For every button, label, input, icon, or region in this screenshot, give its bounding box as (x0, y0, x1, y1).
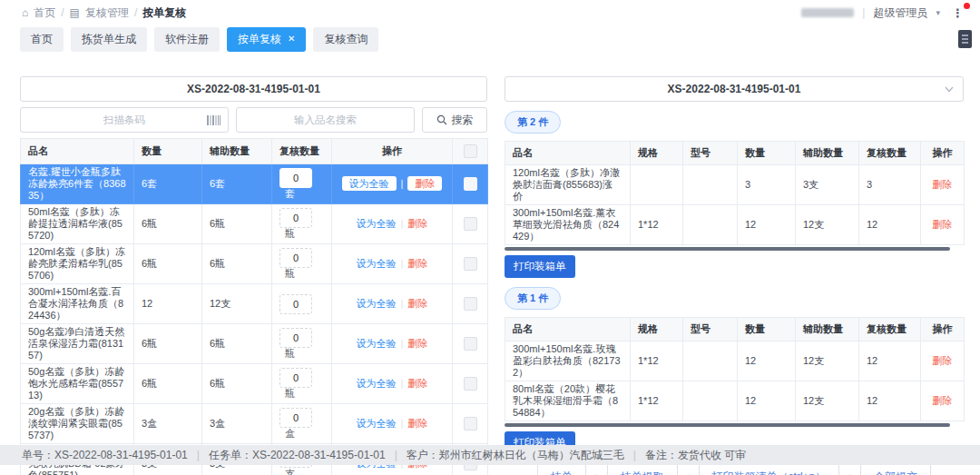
delete-link[interactable]: 删除 (407, 176, 442, 191)
divider: | (401, 258, 404, 269)
check-quantity-input[interactable] (279, 248, 312, 268)
product-row[interactable]: 20g名蔻（多肽）冻龄淡纹弹润紧实眼霜(855737) 3盒 3盒 盒 设为全验… (21, 404, 488, 444)
delete-link[interactable]: 删除 (933, 219, 953, 230)
chevron-down-icon[interactable]: ▾ (936, 8, 940, 17)
product-row[interactable]: 120ml名蔻（多肽）冻龄亮肤柔滑精华乳(855706) 6瓶 6瓶 瓶 设为全… (21, 244, 488, 284)
folder-icon: ▤ (70, 6, 80, 19)
product-name: 120ml名蔻（多肽）净澈焕肤洁面膏(855683)涨价 (505, 165, 631, 205)
check-quantity-input[interactable] (279, 168, 312, 188)
column-header: 操作 (921, 318, 965, 341)
aux-quantity: 12支 (796, 381, 859, 421)
order-number-display[interactable]: XS-2022-08-31-4195-01-01 (20, 76, 487, 102)
set-full-check-link[interactable]: 设为全验 (357, 218, 397, 229)
home-icon: ⌂ (22, 6, 28, 19)
check-quantity-cell: 瓶 (272, 364, 332, 404)
row-actions: 设为全验|删除 (332, 164, 453, 204)
product-row[interactable]: 50g名蔻（多肽）冻龄饱水光感精华霜(855713) 6瓶 6瓶 瓶 设为全验|… (21, 364, 488, 404)
set-full-check-link[interactable]: 设为全验 (357, 258, 397, 269)
print-packing-list-button[interactable]: 打印装箱单 (505, 255, 575, 278)
delete-link[interactable]: 删除 (407, 418, 427, 429)
set-full-check-link[interactable]: 设为全验 (357, 298, 397, 309)
check-quantity-input[interactable] (279, 208, 312, 228)
quantity: 12 (738, 205, 796, 245)
tab[interactable]: 复核查询 (313, 27, 378, 52)
check-quantity-input[interactable] (279, 328, 312, 348)
package-badge: 第 2 件 (505, 111, 561, 134)
order-select-dropdown[interactable]: XS-2022-08-31-4195-01-01 (505, 76, 964, 102)
breadcrumb: ⌂ 首页 / ▤ 复核管理 / 按单复核 (22, 5, 186, 21)
redacted-username (801, 8, 854, 17)
quantity: 6套 (134, 164, 202, 204)
aux-quantity: 6瓶 (202, 364, 272, 404)
user-role-dropdown[interactable]: 超级管理员 (873, 5, 927, 21)
left-header-row: 品名数量辅助数量复核数量操作 (21, 139, 488, 164)
row-actions: 删除 (921, 341, 965, 381)
row-checkbox[interactable] (464, 217, 477, 231)
tab-bar: 首页 拣货单生成 软件注册 按单复核 ✕ 复核查询 (0, 25, 980, 53)
row-checkbox[interactable] (464, 377, 477, 391)
product-name-search-input[interactable] (236, 107, 415, 133)
tab-list: 首页 拣货单生成 软件注册 按单复核 ✕ 复核查询 (20, 27, 378, 52)
column-header: 品名 (505, 142, 631, 165)
product-row[interactable]: 50g名蔻净白清透天然活泉保湿活力霜(813157) 6瓶 6瓶 瓶 设为全验|… (21, 324, 488, 364)
check-quantity-input[interactable] (279, 368, 312, 388)
delete-link[interactable]: 删除 (933, 179, 953, 190)
check-quantity-input[interactable] (279, 408, 312, 428)
delete-link[interactable]: 删除 (933, 395, 953, 406)
product-row[interactable]: 300ml+150ml名蔻.百合凝水润泽祛角质（824436） 12 12支 设… (21, 284, 488, 324)
horizontal-scrollbar[interactable] (505, 247, 950, 251)
divider: | (401, 218, 404, 229)
row-actions: 设为全验|删除 (332, 244, 453, 284)
delete-link[interactable]: 删除 (407, 258, 427, 269)
package-table: 品名规格型号数量辅助数量复核数量操作 120ml名蔻（多肽）净澈焕肤洁面膏(85… (505, 141, 965, 245)
delete-link[interactable]: 删除 (407, 338, 427, 349)
check-quantity: 3 (859, 165, 921, 205)
selected-order-number: XS-2022-08-31-4195-01-01 (668, 83, 801, 95)
set-full-check-link[interactable]: 设为全验 (357, 338, 397, 349)
tab[interactable]: 拣货单生成 (71, 27, 147, 52)
delete-link[interactable]: 删除 (407, 218, 427, 229)
tab[interactable]: 软件注册 (154, 27, 220, 52)
set-full-check-link[interactable]: 设为全验 (357, 418, 397, 429)
divider: | (401, 178, 404, 189)
more-menu-icon[interactable]: ⋮ (948, 6, 967, 20)
row-checkbox[interactable] (464, 297, 477, 311)
top-bar: ⌂ 首页 / ▤ 复核管理 / 按单复核 | 超级管理员 ▾ ⋮ (0, 0, 980, 25)
row-checkbox[interactable] (464, 257, 477, 271)
unit-label: 盒 (285, 428, 295, 439)
check-quantity-cell: 盒 (272, 404, 332, 444)
right-groups: 第 2 件 品名规格型号数量辅助数量复核数量操作 120ml名蔻（多肽）净澈焕肤… (505, 102, 964, 454)
horizontal-scrollbar[interactable] (505, 423, 950, 427)
checkbox-cell (453, 244, 488, 284)
product-row[interactable]: 50ml名蔻（多肽）冻龄提拉透润精华液(855720) 6瓶 6瓶 瓶 设为全验… (21, 204, 488, 244)
tab-options-icon[interactable] (958, 30, 972, 48)
search-button[interactable]: 搜索 (422, 107, 487, 133)
quantity: 12 (134, 284, 202, 324)
column-header: 规格 (631, 318, 683, 341)
row-checkbox[interactable] (464, 337, 477, 351)
product-name: 80ml名蔻（20款）樱花乳木果保湿细滑手霜（854884） (505, 381, 631, 421)
tab[interactable]: 首页 (20, 27, 64, 52)
divider: | (595, 472, 598, 475)
scan-barcode-input[interactable] (20, 107, 229, 133)
product-row[interactable]: 名蔻.耀世小金瓶多肽冻龄焕亮6件套（836835） 6套 6套 套 设为全验|删… (21, 164, 488, 204)
row-checkbox[interactable] (464, 417, 477, 430)
check-quantity-input[interactable] (279, 294, 312, 314)
package-table: 品名规格型号数量辅助数量复核数量操作 300ml+150ml名蔻.玫瑰盈彩白肤祛… (505, 317, 965, 421)
breadcrumb-section[interactable]: 复核管理 (85, 5, 129, 21)
quantity: 6瓶 (134, 364, 202, 404)
tab[interactable]: 按单复核 ✕ (227, 27, 306, 52)
set-full-check-link[interactable]: 设为全验 (357, 378, 397, 389)
set-full-check-link[interactable]: 设为全验 (342, 176, 397, 191)
tab-close-icon[interactable]: ✕ (288, 35, 295, 44)
breadcrumb-home[interactable]: 首页 (34, 5, 55, 21)
column-header: 辅助数量 (796, 318, 859, 341)
delete-link[interactable]: 删除 (407, 378, 427, 389)
delete-link[interactable]: 删除 (407, 298, 427, 309)
delete-link[interactable]: 删除 (933, 355, 953, 366)
unit-label: 瓶 (285, 228, 295, 239)
row-checkbox[interactable] (464, 177, 477, 191)
divider: | (633, 449, 636, 461)
select-all-checkbox[interactable] (464, 144, 477, 158)
column-header: 品名 (505, 318, 631, 341)
